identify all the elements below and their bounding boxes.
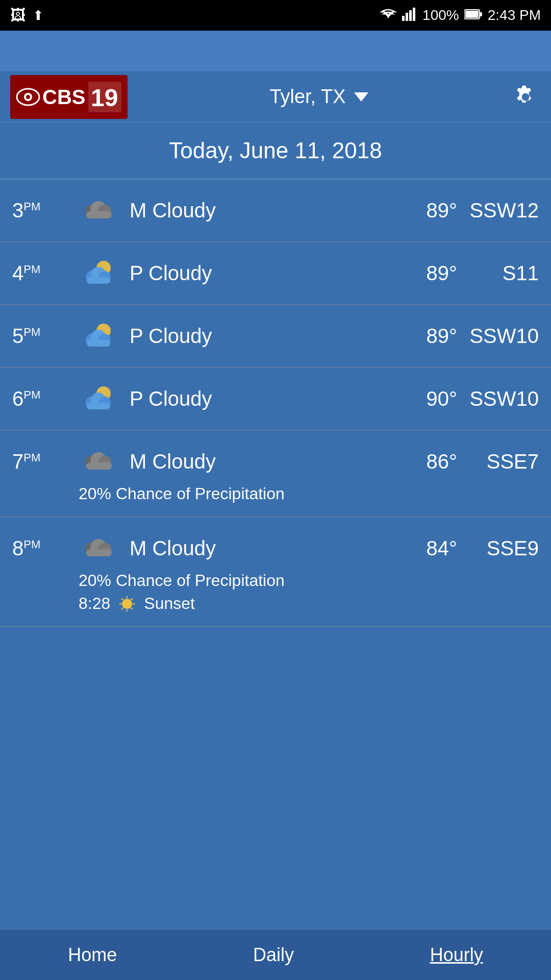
svg-rect-37 [86,462,112,470]
wind-label: SSW10 [457,325,539,348]
weather-row: 6PM P Cloudy 90° SSW10 [0,368,551,430]
image-icon: 🖼 [10,7,26,24]
weather-icon-partly-cloudy [79,318,119,354]
nav-hourly-label: Hourly [430,944,483,965]
date-header: Today, June 11, 2018 [0,122,551,179]
sunset-time: 8:28 [79,594,110,613]
status-left: 🖼 ⬆ [10,7,44,24]
weather-row: 5PM P Cloudy 89° SSW10 [0,305,551,368]
wind-label: S11 [457,262,539,285]
nav-hourly[interactable]: Hourly [410,939,504,971]
wifi-icon [380,7,397,24]
svg-rect-33 [87,403,110,409]
upload-icon: ⬆ [33,8,44,23]
sunset-row: 8:28 Sunset [79,594,195,613]
battery-percent: 100% [422,7,459,23]
nav-home-label: Home [68,944,117,965]
nav-daily-label: Daily [253,944,294,965]
settings-button[interactable] [510,82,541,112]
battery-icon [464,7,483,23]
top-spacer [0,31,551,71]
temp-label: 84° [391,537,457,560]
condition-label: M Cloudy [130,199,391,222]
time-label: 8PM [12,537,79,560]
precip-label: 20% Chance of Precipitation [79,571,285,590]
temp-label: 89° [391,199,457,222]
svg-rect-5 [465,11,479,18]
signal-icon [402,7,417,24]
bottom-nav: Home Daily Hourly [0,929,551,980]
gear-icon [511,83,540,111]
nav-home[interactable]: Home [47,939,137,971]
time-label: 7PM [12,450,79,473]
sunset-icon [118,595,136,612]
status-right: 100% 2:43 PM [380,7,541,24]
svg-rect-2 [409,10,412,21]
svg-rect-6 [480,12,482,16]
temp-label: 86° [391,450,457,473]
weather-row: 7PM M Cloudy 86° SSE7 20% Chance of Prec… [0,430,551,517]
precip-label: 20% Chance of Precipitation [79,484,285,503]
weather-icon-mostly-cloudy [79,192,119,228]
svg-line-47 [122,598,123,600]
condition-label: M Cloudy [130,450,391,473]
svg-line-48 [131,607,133,609]
svg-text:CBS: CBS [42,86,85,108]
condition-label: M Cloudy [130,537,391,560]
svg-rect-3 [413,8,415,21]
time-label: 5PM [12,325,79,348]
wind-label: SSE7 [457,450,539,473]
svg-rect-23 [87,277,110,284]
svg-line-49 [131,598,133,600]
location-container[interactable]: Tyler, TX [269,86,368,108]
weather-icon-partly-cloudy [79,255,119,291]
svg-text:19: 19 [91,84,118,111]
wind-label: SSW10 [457,387,539,410]
svg-rect-18 [86,211,112,218]
svg-rect-41 [86,549,112,556]
weather-icon-mostly-cloudy [79,444,119,479]
temp-label: 89° [391,325,457,348]
svg-line-50 [122,607,123,609]
date-text: Today, June 11, 2018 [169,138,382,163]
time-label: 4PM [12,262,79,285]
weather-row: 3PM M Cloudy 89° SSW12 [0,179,551,242]
clock: 2:43 PM [488,7,541,23]
svg-point-42 [122,599,132,609]
svg-rect-0 [402,16,405,21]
temp-label: 90° [391,387,457,410]
wind-label: SSW12 [457,199,539,222]
weather-icon-mostly-cloudy [79,530,119,566]
location-text: Tyler, TX [269,86,345,108]
header-bar: CBS 19 Tyler, TX [0,71,551,122]
status-bar: 🖼 ⬆ 100% 2:43 PM [0,0,551,31]
temp-label: 89° [391,262,457,285]
cbs19-logo: CBS 19 [10,75,128,119]
sunset-label: Sunset [144,594,195,613]
svg-rect-1 [406,13,408,21]
weather-list: 3PM M Cloudy 89° SSW12 4PM [0,179,551,929]
wind-label: SSE9 [457,537,539,560]
time-label: 6PM [12,387,79,410]
svg-point-14 [522,93,530,101]
location-dropdown-arrow [354,92,368,102]
condition-label: P Cloudy [130,325,391,348]
weather-row: 8PM M Cloudy 84° SSE9 20% Chance of Prec… [0,517,551,627]
condition-label: P Cloudy [130,262,391,285]
svg-point-9 [26,95,30,99]
time-label: 3PM [12,199,79,222]
weather-row: 4PM P Cloudy 89° S11 [0,242,551,305]
condition-label: P Cloudy [130,387,391,410]
weather-icon-partly-cloudy [79,381,119,416]
svg-rect-28 [87,340,110,347]
nav-daily[interactable]: Daily [233,939,314,971]
